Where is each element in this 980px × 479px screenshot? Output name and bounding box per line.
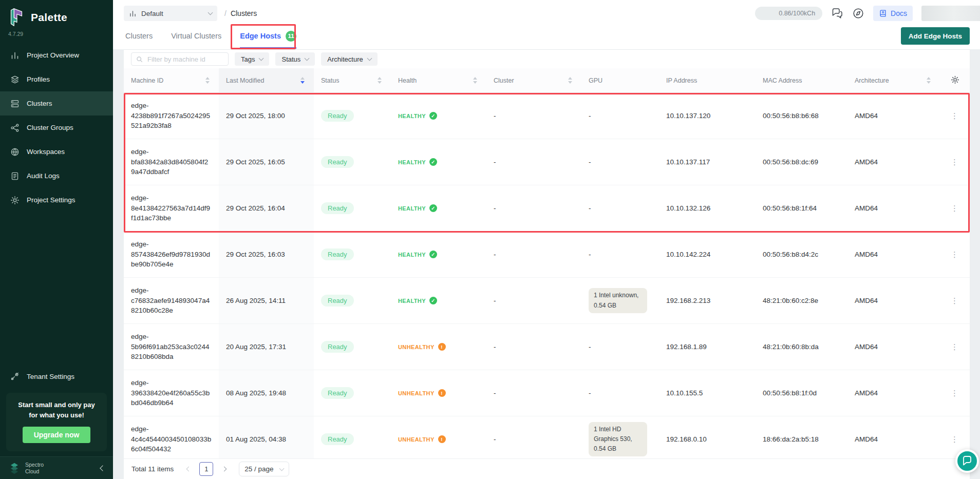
chat-icon[interactable] [831, 8, 843, 19]
cell-ip-address: 10.10.155.5 [659, 370, 756, 416]
cell-last-modified: 29 Oct 2025, 16:05 [219, 139, 314, 185]
column-label: Machine ID [131, 77, 163, 84]
row-actions-menu[interactable]: ⋮ [940, 93, 970, 139]
cell-mac-address: 18:66:da:2a:b5:18 [756, 416, 847, 458]
project-scope-select[interactable]: Default [124, 6, 217, 21]
column-header-health[interactable]: Health [391, 68, 486, 92]
sidebar-item-cluster-groups[interactable]: Cluster Groups [0, 116, 113, 140]
table-row: edge-857438426ef9d9781930dbe90b705e4e29 … [124, 232, 970, 278]
cell-architecture: AMD64 [847, 416, 940, 458]
sidebar-item-profiles[interactable]: Profiles [0, 67, 113, 91]
sidebar-item-project-overview[interactable]: Project Overview [0, 43, 113, 67]
health-badge: HEALTHY✓ [398, 112, 437, 120]
cell-cluster: - [486, 93, 581, 139]
cell-mac-address: 00:50:56:b8:1f:64 [756, 185, 847, 231]
check-circle-icon: ✓ [429, 204, 437, 212]
breadcrumb: / Clusters [224, 9, 257, 17]
sidebar-item-tenant-settings[interactable]: Tenant Settings [0, 365, 113, 389]
sidebar-item-label: Workspaces [27, 148, 65, 156]
status-badge: Ready [321, 248, 354, 260]
status-badge: Ready [321, 341, 354, 353]
row-actions-menu[interactable]: ⋮ [940, 278, 970, 323]
cell-architecture: AMD64 [847, 93, 940, 139]
cell-machine-id: edge-4c4c4544003450108033b6c04f504432 [124, 416, 219, 458]
architecture-filter-dropdown[interactable]: Architecture [321, 52, 377, 66]
sort-carets-icon [300, 77, 305, 84]
table-body: edge-4238b891f7267a5024295521a92b3fa829 … [124, 93, 970, 458]
cell-mac-address: 48:21:0b:60:c2:8e [756, 278, 847, 323]
book-icon [879, 9, 887, 17]
column-header-cluster[interactable]: Cluster [486, 68, 581, 92]
tab-edge-hosts[interactable]: Edge Hosts 11 [240, 23, 296, 49]
cell-health: UNHEALTHY! [391, 370, 486, 416]
tab-clusters[interactable]: Clusters [125, 23, 153, 49]
help-compass-icon[interactable] [852, 8, 864, 19]
column-header-machine-id[interactable]: Machine ID [124, 68, 219, 92]
row-actions-menu[interactable]: ⋮ [940, 324, 970, 370]
row-actions-menu[interactable]: ⋮ [940, 139, 970, 185]
sidebar-item-workspaces[interactable]: Workspaces [0, 140, 113, 164]
cell-ip-address: 192.168.0.10 [659, 416, 756, 458]
main-area: Default / Clusters 0.86/100kCh Docs [113, 0, 980, 479]
upgrade-panel: Start small and only pay for what you us… [6, 393, 107, 451]
machine-id-text: edge-4238b891f7267a5024295521a92b3fa8 [131, 101, 212, 131]
tab-virtual-clusters[interactable]: Virtual Clusters [171, 23, 221, 49]
cell-machine-id: edge-8e41384227563a7d14df9f1d1ac73bbe [124, 185, 219, 231]
sort-carets-icon [568, 77, 572, 84]
collapse-sidebar-icon[interactable] [100, 465, 105, 471]
exclamation-circle-icon: ! [438, 389, 446, 397]
sidebar: Palette 4.7.29 Project OverviewProfilesC… [0, 0, 113, 479]
add-edge-hosts-button[interactable]: Add Edge Hosts [901, 27, 970, 45]
status-badge: Ready [321, 295, 354, 306]
next-page-button[interactable] [218, 464, 230, 475]
machine-id-text: edge-bfa83842a83d8405804f29a47ddbafcf [131, 147, 212, 177]
column-label: IP Address [666, 77, 697, 84]
tags-filter-dropdown[interactable]: Tags [235, 52, 269, 66]
sort-carets-icon [378, 77, 382, 84]
user-account-redacted[interactable] [921, 6, 980, 21]
table-row: edge-4c4c4544003450108033b6c04f50443201 … [124, 416, 970, 458]
health-label: HEALTHY [398, 205, 426, 212]
spectro-cloud-label: Spectro Cloud [25, 462, 44, 474]
cell-machine-id: edge-4238b891f7267a5024295521a92b3fa8 [124, 93, 219, 139]
cell-last-modified: 01 Aug 2025, 04:38 [219, 416, 314, 458]
column-settings-button[interactable] [940, 68, 970, 92]
table-row: edge-396338420e4f260a55c3bbd046db9b6408 … [124, 370, 970, 416]
column-header-last-modified[interactable]: Last Modified [219, 68, 314, 92]
row-actions-menu[interactable]: ⋮ [940, 185, 970, 231]
cell-health: HEALTHY✓ [391, 185, 486, 231]
cell-health: HEALTHY✓ [391, 232, 486, 277]
gpu-badge: 1 Intel unknown, 0.54 GB [589, 288, 647, 313]
page-number-button[interactable]: 1 [199, 462, 213, 476]
column-header-ip-address: IP Address [659, 68, 756, 92]
docs-button[interactable]: Docs [873, 6, 913, 21]
row-actions-menu[interactable]: ⋮ [940, 370, 970, 416]
upgrade-message: Start small and only pay for what you us… [10, 400, 103, 420]
health-badge: UNHEALTHY! [398, 343, 446, 351]
topbar-row-primary: Default / Clusters 0.86/100kCh Docs [113, 0, 980, 23]
column-header-status[interactable]: Status [314, 68, 391, 92]
machine-id-search[interactable] [131, 52, 229, 66]
page-size-select[interactable]: 25 / page [239, 462, 289, 476]
table-header-row: Machine IDLast ModifiedStatusHealthClust… [124, 68, 970, 93]
sidebar-item-audit-logs[interactable]: Audit Logs [0, 164, 113, 188]
sidebar-item-project-settings[interactable]: Project Settings [0, 188, 113, 212]
column-header-architecture[interactable]: Architecture [847, 68, 940, 92]
sidebar-spacer [0, 212, 113, 365]
row-actions-menu[interactable]: ⋮ [940, 232, 970, 277]
search-input[interactable] [146, 55, 223, 64]
breadcrumb-current[interactable]: Clusters [231, 9, 257, 17]
cell-gpu: 1 Intel HD Graphics 530, 0.54 GB [581, 416, 659, 458]
cell-status: Ready [314, 370, 391, 416]
status-filter-dropdown[interactable]: Status [275, 52, 315, 66]
upgrade-now-button[interactable]: Upgrade now [23, 427, 91, 443]
column-label: Last Modified [226, 77, 264, 84]
check-circle-icon: ✓ [429, 158, 437, 166]
cell-health: HEALTHY✓ [391, 278, 486, 323]
table-row: edge-5b96f691ab253ca3c02448210b608bda20 … [124, 324, 970, 370]
edge-hosts-table-card: Tags Status Architecture Machine IDLast … [124, 49, 970, 479]
previous-page-button[interactable] [183, 464, 194, 475]
cell-last-modified: 26 Aug 2025, 14:11 [219, 278, 314, 323]
live-chat-button[interactable] [955, 449, 979, 473]
sidebar-item-clusters[interactable]: Clusters [0, 91, 113, 116]
